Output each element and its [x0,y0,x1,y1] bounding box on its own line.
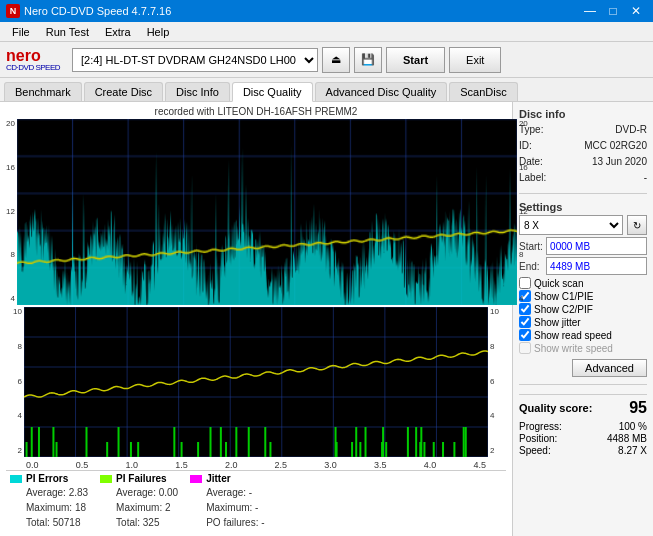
show-write-speed-row: Show write speed [519,342,647,354]
lower-yr-8: 8 [490,342,506,351]
pi-failures-legend: PI Failures Average: 0.00 Maximum: 2 Tot… [100,473,178,530]
save-button[interactable]: 💾 [354,47,382,73]
lower-y-4: 4 [6,411,22,420]
save-icon: 💾 [361,53,375,66]
toolbar: nero CD·DVD SPEED [2:4] HL-DT-ST DVDRAM … [0,42,653,78]
chart-area: recorded with LITEON DH-16AFSH PREMM2 20… [0,102,513,536]
drive-select[interactable]: [2:4] HL-DT-ST DVDRAM GH24NSD0 LH00 [72,48,318,72]
lower-y-6: 6 [6,377,22,386]
lower-yr-2: 2 [490,446,506,455]
maximize-button[interactable]: □ [602,0,624,22]
menu-run-test[interactable]: Run Test [38,22,97,41]
upper-y-20: 20 [6,119,15,128]
start-input[interactable] [546,237,647,255]
tab-disc-info[interactable]: Disc Info [165,82,230,101]
quality-score-row: Quality score: 95 [519,394,647,417]
show-c2pif-row: Show C2/PIF [519,303,647,315]
position-row: Position: 4488 MB [519,433,647,444]
chart-container: 20 16 12 8 4 20 16 12 8 4 10 [6,119,506,470]
quick-scan-label: Quick scan [534,278,583,289]
exit-button[interactable]: Exit [449,47,501,73]
lower-yr-10: 10 [490,307,506,316]
advanced-button[interactable]: Advanced [572,359,647,377]
progress-section: Progress: 100 % Position: 4488 MB Speed:… [519,421,647,457]
lower-y-2: 2 [6,446,22,455]
disc-label-row: Label: - [519,170,647,186]
tab-disc-quality[interactable]: Disc Quality [232,82,313,102]
lower-yr-4: 4 [490,411,506,420]
lower-yr-6: 6 [490,377,506,386]
upper-yr-20: 20 [519,119,528,128]
pi-failures-color [100,475,112,483]
show-jitter-label: Show jitter [534,317,581,328]
eject-button[interactable]: ⏏ [322,47,350,73]
progress-row: Progress: 100 % [519,421,647,432]
show-c1pie-label: Show C1/PIE [534,291,593,302]
tabs-bar: Benchmark Create Disc Disc Info Disc Qua… [0,78,653,102]
pi-errors-color [10,475,22,483]
upper-y-4: 4 [6,294,15,303]
eject-icon: ⏏ [331,53,341,66]
speed-select[interactable]: 8 X 4 X 6 X MAX [519,215,623,235]
upper-y-8: 8 [6,250,15,259]
upper-chart-canvas [17,119,517,305]
lower-y-10: 10 [6,307,22,316]
disc-id-row: ID: MCC 02RG20 [519,138,647,154]
upper-y-16: 16 [6,163,15,172]
end-input[interactable] [546,257,647,275]
show-read-speed-label: Show read speed [534,330,612,341]
start-button[interactable]: Start [386,47,445,73]
show-jitter-row: Show jitter [519,316,647,328]
start-row: Start: [519,237,647,255]
upper-yr-8: 8 [519,250,528,259]
refresh-button[interactable]: ↻ [627,215,647,235]
lower-y-8: 8 [6,342,22,351]
upper-yr-12: 12 [519,207,528,216]
show-c1pie-row: Show C1/PIE [519,290,647,302]
divider-1 [519,193,647,194]
minimize-button[interactable]: — [579,0,601,22]
main-content: recorded with LITEON DH-16AFSH PREMM2 20… [0,102,653,536]
divider-2 [519,384,647,385]
tab-create-disc[interactable]: Create Disc [84,82,163,101]
title-bar: N Nero CD-DVD Speed 4.7.7.16 — □ ✕ [0,0,653,22]
upper-yr-4: 4 [519,294,528,303]
close-button[interactable]: ✕ [625,0,647,22]
pi-errors-legend: PI Errors Average: 2.83 Maximum: 18 Tota… [10,473,88,530]
legend-area: PI Errors Average: 2.83 Maximum: 18 Tota… [6,470,506,532]
title-bar-controls: — □ ✕ [579,0,647,22]
menu-bar: File Run Test Extra Help [0,22,653,42]
jitter-color [190,475,202,483]
speed-row: Speed: 8.27 X [519,445,647,456]
upper-y-12: 12 [6,207,15,216]
tab-scandisc[interactable]: ScanDisc [449,82,517,101]
menu-extra[interactable]: Extra [97,22,139,41]
tab-benchmark[interactable]: Benchmark [4,82,82,101]
disc-info-section: Disc info Type: DVD-R ID: MCC 02RG20 Dat… [519,108,647,186]
disc-date-row: Date: 13 Jun 2020 [519,154,647,170]
show-jitter-checkbox[interactable] [519,316,531,328]
speed-row: 8 X 4 X 6 X MAX ↻ [519,215,647,235]
chart-header: recorded with LITEON DH-16AFSH PREMM2 [6,106,506,117]
disc-type-row: Type: DVD-R [519,122,647,138]
settings-section: Settings 8 X 4 X 6 X MAX ↻ Start: End: [519,201,647,377]
show-write-speed-label: Show write speed [534,343,613,354]
menu-help[interactable]: Help [139,22,178,41]
show-write-speed-checkbox [519,342,531,354]
nero-logo: nero CD·DVD SPEED [6,48,60,72]
title-bar-title: Nero CD-DVD Speed 4.7.7.16 [24,5,579,17]
upper-yr-16: 16 [519,163,528,172]
app-icon: N [6,4,20,18]
menu-file[interactable]: File [4,22,38,41]
end-row: End: [519,257,647,275]
jitter-legend: Jitter Average: - Maximum: - PO failures… [190,473,264,530]
x-axis-labels: 0.0 0.5 1.0 1.5 2.0 2.5 3.0 3.5 4.0 4.5 [6,460,506,470]
sidebar: Disc info Type: DVD-R ID: MCC 02RG20 Dat… [513,102,653,536]
show-c2pif-label: Show C2/PIF [534,304,593,315]
lower-chart-canvas [24,307,488,457]
show-read-speed-checkbox[interactable] [519,329,531,341]
quick-scan-row: Quick scan [519,277,647,289]
show-read-speed-row: Show read speed [519,329,647,341]
tab-advanced-disc-quality[interactable]: Advanced Disc Quality [315,82,448,101]
